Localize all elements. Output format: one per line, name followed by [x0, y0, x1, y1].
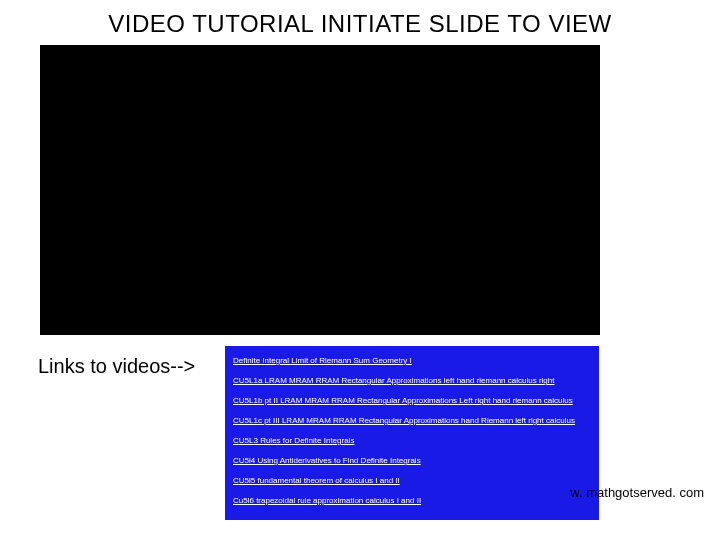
- video-link[interactable]: CU5l4 Using Antiderivatives to Find Defi…: [233, 456, 421, 465]
- video-link[interactable]: Cu5l6 trapezoidal rule approximation cal…: [233, 496, 421, 505]
- video-link[interactable]: CU5L1b pt II LRAM MRAM RRAM Rectangular …: [233, 396, 573, 405]
- video-link[interactable]: Definite Integral Limit of Riemann Sum G…: [233, 356, 412, 365]
- list-item: Definite Integral Limit of Riemann Sum G…: [233, 352, 591, 372]
- video-link[interactable]: CU5L3 Rules for Definite Integrals: [233, 436, 354, 445]
- footer-website-url: w. mathgotserved. com: [570, 485, 704, 500]
- links-to-videos-label: Links to videos-->: [38, 355, 195, 378]
- video-link[interactable]: CU5l5 fundamental theorem of calculus I …: [233, 476, 400, 485]
- list-item: CU5l4 Using Antiderivatives to Find Defi…: [233, 452, 591, 472]
- video-links-panel: Definite Integral Limit of Riemann Sum G…: [225, 346, 599, 520]
- list-item: CU5L1b pt II LRAM MRAM RRAM Rectangular …: [233, 392, 591, 412]
- list-item: Cu5l6 trapezoidal rule approximation cal…: [233, 492, 591, 512]
- video-link[interactable]: CU5L1a LRAM MRAM RRAM Rectangular Approx…: [233, 376, 554, 385]
- video-player-placeholder[interactable]: [40, 45, 600, 335]
- page-title: VIDEO TUTORIAL INITIATE SLIDE TO VIEW: [0, 10, 720, 38]
- list-item: CU5L1a LRAM MRAM RRAM Rectangular Approx…: [233, 372, 591, 392]
- video-link[interactable]: CU5L1c pt III LRAM MRAM RRAM Rectangular…: [233, 416, 575, 425]
- list-item: CU5L3 Rules for Definite Integrals: [233, 432, 591, 452]
- list-item: CU5L1c pt III LRAM MRAM RRAM Rectangular…: [233, 412, 591, 432]
- list-item: CU5l5 fundamental theorem of calculus I …: [233, 472, 591, 492]
